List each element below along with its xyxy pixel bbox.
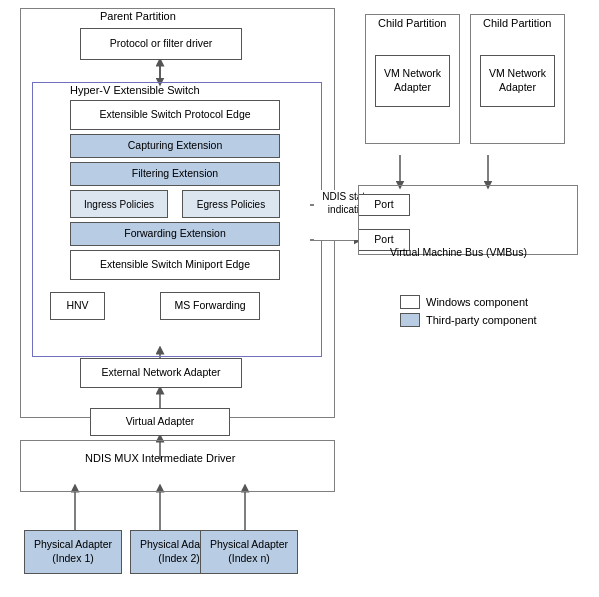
virtual-adapter-box: Virtual Adapter [90,408,230,436]
physical-adapter-1-box: Physical Adapter (Index 1) [24,530,122,574]
third-party-legend-box [400,313,420,327]
hyper-v-switch-label: Hyper-V Extensible Switch [70,84,200,96]
forwarding-ext-box: Forwarding Extension [70,222,280,246]
protocol-edge-box: Extensible Switch Protocol Edge [70,100,280,130]
egress-policies-box: Egress Policies [182,190,280,218]
capturing-ext-box: Capturing Extension [70,134,280,158]
protocol-driver-box: Protocol or filter driver [80,28,242,60]
miniport-edge-box: Extensible Switch Miniport Edge [70,250,280,280]
hnv-box: HNV [50,292,105,320]
vmbus-label: Virtual Machine Bus (VMBus) [390,246,527,258]
child1-label: Child Partition [378,17,446,29]
external-adapter-box: External Network Adapter [80,358,242,388]
ndis-mux-label: NDIS MUX Intermediate Driver [85,452,235,464]
filtering-ext-box: Filtering Extension [70,162,280,186]
diagram: Parent Partition Protocol or filter driv… [0,0,599,597]
vmbus-container [358,185,578,255]
legend: Windows component Third-party component [400,295,537,331]
parent-partition-label: Parent Partition [100,10,176,22]
physical-adapter-n-box: Physical Adapter (Index n) [200,530,298,574]
windows-legend-box [400,295,420,309]
vm-adapter-1-box: VM Network Adapter [375,55,450,107]
ingress-policies-box: Ingress Policies [70,190,168,218]
legend-third-party: Third-party component [400,313,537,327]
child2-label: Child Partition [483,17,551,29]
vm-adapter-2-box: VM Network Adapter [480,55,555,107]
legend-windows: Windows component [400,295,537,309]
ndis-mux-container [20,440,335,492]
ms-forwarding-box: MS Forwarding [160,292,260,320]
